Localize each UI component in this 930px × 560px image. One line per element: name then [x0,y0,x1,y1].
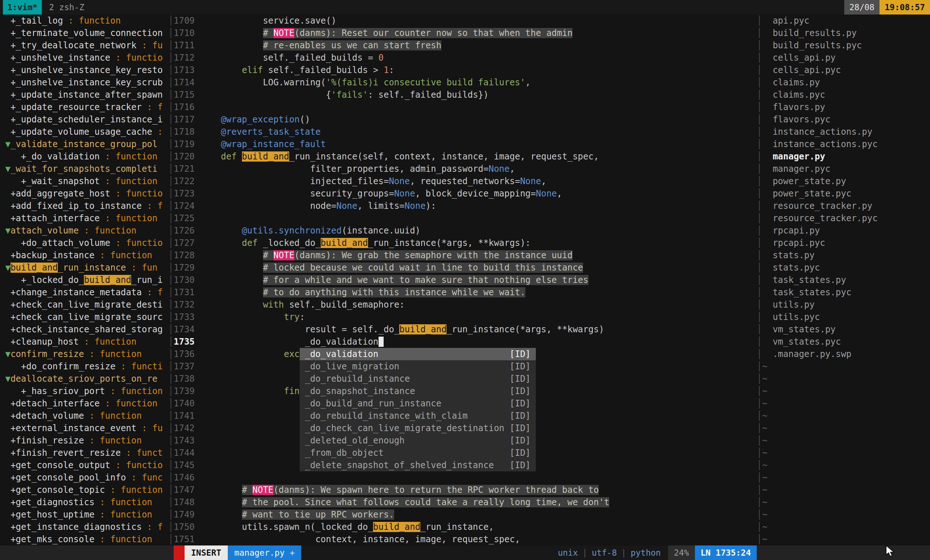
code-line[interactable]: 1723 security_groups=None, block_device_… [174,188,757,200]
code-line[interactable]: 1731 # to do anything with this instance… [174,286,757,298]
separator-cell[interactable]: │ [757,14,762,27]
completion-item[interactable]: _do_build_and_run_instance[ID] [300,397,536,410]
file-item[interactable]: flavors.pyc [762,113,930,126]
tagbar-item[interactable]: +change_instance_metadata : f [0,286,168,298]
file-item[interactable]: utils.py [762,298,930,311]
separator-cell[interactable]: │ [757,274,762,286]
separator-cell[interactable]: │ [168,274,174,286]
separator-cell[interactable]: │ [168,422,174,434]
code-line[interactable]: 1726 @utils.synchronized(instance.uuid) [174,225,757,237]
file-item[interactable]: stats.py [762,249,930,262]
separator-cell[interactable]: │ [757,126,762,138]
code-line[interactable]: 1722 injected_files=None, requested_netw… [174,175,757,188]
file-item[interactable]: manager.py [762,150,930,163]
code-line[interactable]: 1725 [174,212,757,225]
separator-cell[interactable]: │ [757,496,762,508]
separator-cell[interactable]: │ [757,39,762,52]
separator-cell[interactable]: │ [168,14,174,27]
completion-item[interactable]: _from_db_object[ID] [300,447,536,459]
tagbar-item[interactable]: ▼_validate_instance_group_pol [0,138,168,150]
code-line[interactable]: 1750 utils.spawn_n(_locked_do_build_and_… [174,521,757,533]
tagbar-item[interactable]: +_do_validation : function [0,150,168,163]
file-item[interactable]: rpcapi.py [762,225,930,237]
code-line[interactable]: 1712 self._failed_builds = 0 [174,52,757,64]
separator-cell[interactable]: │ [757,385,762,397]
tagbar-item[interactable]: +add_fixed_ip_to_instance : f [0,200,168,212]
separator-cell[interactable]: │ [168,163,174,175]
tagbar-item[interactable]: +_unshelve_instance_key_resto [0,64,168,76]
tmux-window-vim[interactable]: 1:vim* [3,0,42,14]
separator-cell[interactable]: │ [757,397,762,410]
tagbar-item[interactable]: ▼_wait_for_snapshots_completi [0,163,168,175]
separator-cell[interactable]: │ [168,447,174,459]
tagbar-item[interactable]: +detach_interface : function [0,397,168,410]
separator-cell[interactable]: │ [168,335,174,348]
tagbar-item[interactable]: +_update_scheduler_instance_i [0,113,168,126]
separator-cell[interactable]: │ [168,459,174,471]
tagbar-item[interactable]: +attach_interface : function [0,212,168,225]
tagbar-item[interactable]: +finish_revert_resize : funct [0,447,168,459]
separator-cell[interactable]: │ [168,323,174,335]
separator-cell[interactable]: │ [168,113,174,126]
file-item[interactable]: manager.pyc [762,163,930,175]
separator-cell[interactable]: │ [168,372,174,385]
separator-cell[interactable]: │ [757,113,762,126]
separator-cell[interactable]: │ [168,521,174,533]
tagbar-item[interactable]: +_wait_snapshot : function [0,175,168,188]
separator-cell[interactable]: │ [757,484,762,496]
separator-cell[interactable]: │ [168,39,174,52]
tagbar-item[interactable]: +get_console_pool_info : func [0,471,168,484]
code-line[interactable]: 1732 with self._build_semaphore: [174,298,757,311]
separator-cell[interactable]: │ [168,533,174,546]
code-line[interactable]: 1718 @reverts_task_state [174,126,757,138]
separator-cell[interactable]: │ [757,410,762,422]
separator-cell[interactable]: │ [757,188,762,200]
file-item[interactable]: cells_api.py [762,52,930,64]
separator-cell[interactable]: │ [168,397,174,410]
separator-cell[interactable]: │ [757,533,762,546]
tagbar-item[interactable]: +get_console_topic : function [0,484,168,496]
completion-item[interactable]: _do_snapshot_instance[ID] [300,385,536,397]
separator-cell[interactable]: │ [757,76,762,89]
separator-cell[interactable]: │ [757,249,762,262]
separator-cell[interactable]: │ [757,27,762,39]
code-line[interactable]: 1719 @wrap_instance_fault [174,138,757,150]
separator-cell[interactable]: │ [168,348,174,360]
code-line[interactable]: 1724 node=None, limits=None): [174,200,757,212]
tagbar-item[interactable]: ▼build_and_run_instance : fun [0,262,168,274]
file-item[interactable]: task_states.py [762,274,930,286]
separator-cell[interactable]: │ [757,286,762,298]
tagbar-item[interactable]: +_try_deallocate_network : fu [0,39,168,52]
separator-cell[interactable]: │ [168,237,174,249]
file-item[interactable]: build_results.pyc [762,39,930,52]
code-line[interactable]: 1749 # want to tie up RPC workers. [174,508,757,521]
separator-cell[interactable]: │ [757,212,762,225]
separator-cell[interactable]: │ [168,225,174,237]
separator-cell[interactable]: │ [168,188,174,200]
tagbar-item[interactable]: +get_mks_console : function [0,533,168,546]
code-line[interactable]: 1733 try: [174,311,757,323]
separator-cell[interactable]: │ [168,138,174,150]
code-line[interactable]: 1735 _do_validation [174,335,757,348]
file-item[interactable]: resource_tracker.py [762,200,930,212]
tagbar-item[interactable]: +_terminate_volume_connection [0,27,168,39]
code-line[interactable]: 1727 def _locked_do_build_and_run_instan… [174,237,757,249]
separator-cell[interactable]: │ [757,237,762,249]
separator-cell[interactable]: │ [757,163,762,175]
tagbar-item[interactable]: +backup_instance : function [0,249,168,262]
code-line[interactable]: 1717 @wrap_exception() [174,113,757,126]
tagbar-item[interactable]: +get_diagnostics : function [0,496,168,508]
code-line[interactable]: 1751 context, instance, image, request_s… [174,533,757,546]
separator-cell[interactable]: │ [168,262,174,274]
separator-cell[interactable]: │ [757,64,762,76]
file-item[interactable]: power_state.pyc [762,188,930,200]
separator-cell[interactable]: │ [168,64,174,76]
completion-item[interactable]: _do_rebuild_instance[ID] [300,372,536,385]
separator-cell[interactable]: │ [168,126,174,138]
separator-cell[interactable]: │ [168,200,174,212]
code-line[interactable]: 1713 elif self._failed_builds > 1: [174,64,757,76]
separator-cell[interactable]: │ [168,89,174,101]
separator-cell[interactable]: │ [757,262,762,274]
completion-item[interactable]: _do_validation[ID] [300,348,536,360]
code-line[interactable]: 1721 filter_properties, admin_password=N… [174,163,757,175]
